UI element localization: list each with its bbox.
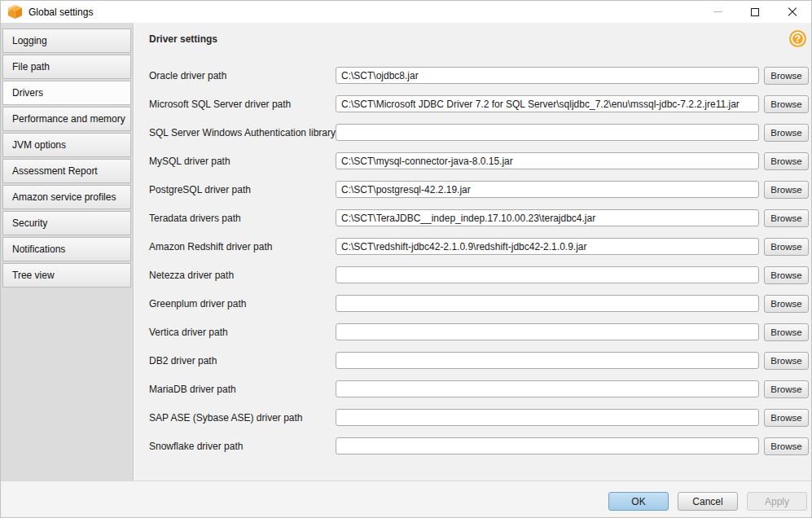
driver-row-sap-ase-sybase-ase-driver-path: SAP ASE (Sybase ASE) driver path Browse	[134, 403, 811, 432]
cancel-button[interactable]: Cancel	[678, 492, 738, 511]
driver-path-label: Netezza driver path	[149, 270, 336, 281]
close-icon	[788, 7, 797, 17]
driver-path-input[interactable]	[336, 67, 759, 84]
apply-button[interactable]: Apply	[747, 492, 807, 511]
sidebar-item-label: File path	[12, 61, 50, 72]
driver-path-label: Amazon Redshift driver path	[149, 241, 336, 252]
sidebar-item-label: Assessment Report	[12, 165, 98, 177]
ok-button[interactable]: OK	[608, 492, 669, 511]
driver-path-input[interactable]	[336, 209, 759, 226]
driver-path-label: Teradata drivers path	[149, 213, 336, 224]
driver-path-input[interactable]	[336, 295, 759, 312]
sidebar-item-label: JVM options	[12, 139, 66, 151]
sidebar-item-amazon-service-profiles[interactable]: Amazon service profiles	[2, 185, 131, 209]
sidebar-item-performance-and-memory[interactable]: Performance and memory	[2, 107, 131, 131]
settings-sidebar: Logging File path Drivers Performance an…	[1, 23, 134, 481]
minimize-icon	[713, 11, 722, 12]
sidebar-item-label: Drivers	[12, 87, 43, 99]
driver-path-input[interactable]	[336, 152, 759, 169]
maximize-button[interactable]	[736, 1, 774, 23]
maximize-icon	[751, 8, 759, 16]
browse-button[interactable]: Browse	[764, 95, 809, 113]
driver-path-input[interactable]	[336, 95, 759, 112]
driver-row-amazon-redshift-driver-path: Amazon Redshift driver path Browse	[134, 232, 811, 261]
driver-path-label: Microsoft SQL Server driver path	[149, 99, 336, 110]
minimize-button[interactable]	[699, 1, 736, 23]
sidebar-item-notifications[interactable]: Notifications	[2, 237, 131, 261]
window-controls	[699, 1, 811, 23]
driver-row-postgresql-driver-path: PostgreSQL driver path Browse	[134, 175, 811, 204]
driver-settings-panel: Driver settings ? Oracle driver path Bro…	[134, 23, 811, 481]
browse-button[interactable]: Browse	[764, 181, 809, 199]
dialog-footer: OK Cancel Apply	[1, 481, 811, 517]
driver-rows: Oracle driver path Browse Microsoft SQL …	[134, 61, 811, 460]
driver-path-input[interactable]	[336, 352, 759, 369]
browse-button[interactable]: Browse	[764, 67, 809, 85]
driver-row-snowflake-driver-path: Snowflake driver path Browse	[134, 432, 811, 460]
browse-button[interactable]: Browse	[764, 209, 809, 227]
sidebar-item-security[interactable]: Security	[2, 211, 131, 235]
driver-row-mysql-driver-path: MySQL driver path Browse	[134, 147, 811, 175]
driver-row-oracle-driver-path: Oracle driver path Browse	[134, 61, 811, 90]
driver-path-label: DB2 driver path	[149, 355, 336, 367]
driver-path-label: Oracle driver path	[149, 70, 336, 81]
sidebar-item-label: Logging	[12, 35, 47, 46]
browse-button[interactable]: Browse	[764, 323, 809, 341]
sidebar-item-label: Performance and memory	[12, 113, 125, 125]
sidebar-item-tree-view[interactable]: Tree view	[2, 263, 131, 288]
sidebar-item-label: Security	[12, 217, 47, 229]
browse-button[interactable]: Browse	[764, 352, 809, 370]
driver-path-label: PostgreSQL driver path	[149, 184, 336, 195]
sidebar-item-label: Tree view	[12, 270, 55, 281]
driver-path-input[interactable]	[336, 437, 759, 454]
driver-row-sql-server-windows-authentication-library: SQL Server Windows Authentication librar…	[134, 118, 811, 147]
driver-row-teradata-drivers-path: Teradata drivers path Browse	[134, 204, 811, 232]
driver-path-input[interactable]	[336, 181, 759, 198]
browse-button[interactable]: Browse	[764, 380, 809, 398]
driver-row-db2-driver-path: DB2 driver path Browse	[134, 346, 811, 375]
driver-row-microsoft-sql-server-driver-path: Microsoft SQL Server driver path Browse	[134, 90, 811, 118]
browse-button[interactable]: Browse	[764, 266, 809, 284]
browse-button[interactable]: Browse	[764, 124, 809, 142]
driver-path-input[interactable]	[336, 238, 759, 255]
page-title: Driver settings	[149, 33, 217, 45]
driver-row-greenplum-driver-path: Greenplum driver path Browse	[134, 289, 811, 318]
driver-path-label: SQL Server Windows Authentication librar…	[149, 127, 336, 138]
driver-path-label: MySQL driver path	[149, 156, 336, 167]
titlebar: Global settings	[1, 1, 811, 23]
sidebar-item-drivers[interactable]: Drivers	[2, 81, 131, 105]
driver-row-mariadb-driver-path: MariaDB driver path Browse	[134, 375, 811, 403]
sidebar-item-label: Notifications	[12, 244, 65, 255]
sidebar-item-jvm-options[interactable]: JVM options	[2, 133, 131, 157]
driver-path-label: MariaDB driver path	[149, 384, 336, 395]
driver-row-netezza-driver-path: Netezza driver path Browse	[134, 261, 811, 289]
driver-row-vertica-driver-path: Vertica driver path Browse	[134, 318, 811, 346]
driver-path-input[interactable]	[336, 409, 759, 426]
browse-button[interactable]: Browse	[764, 152, 809, 170]
driver-path-label: SAP ASE (Sybase ASE) driver path	[149, 412, 336, 424]
aws-cube-icon	[7, 5, 23, 19]
driver-path-label: Greenplum driver path	[149, 298, 336, 309]
global-settings-dialog: Global settings Logging File path Driver…	[0, 0, 812, 518]
driver-path-input[interactable]	[336, 323, 759, 340]
browse-button[interactable]: Browse	[764, 409, 809, 427]
help-icon[interactable]: ?	[789, 30, 806, 47]
window-title: Global settings	[29, 7, 93, 18]
driver-path-label: Snowflake driver path	[149, 441, 336, 452]
sidebar-item-assessment-report[interactable]: Assessment Report	[2, 159, 131, 183]
driver-path-input[interactable]	[336, 266, 759, 283]
close-button[interactable]	[774, 1, 811, 23]
browse-button[interactable]: Browse	[764, 437, 809, 455]
sidebar-item-label: Amazon service profiles	[12, 191, 116, 203]
sidebar-item-file-path[interactable]: File path	[2, 55, 131, 79]
driver-path-input[interactable]	[336, 124, 759, 141]
browse-button[interactable]: Browse	[764, 238, 809, 256]
driver-path-label: Vertica driver path	[149, 327, 336, 338]
driver-path-input[interactable]	[336, 380, 759, 397]
sidebar-item-logging[interactable]: Logging	[2, 29, 131, 53]
browse-button[interactable]: Browse	[764, 295, 809, 313]
